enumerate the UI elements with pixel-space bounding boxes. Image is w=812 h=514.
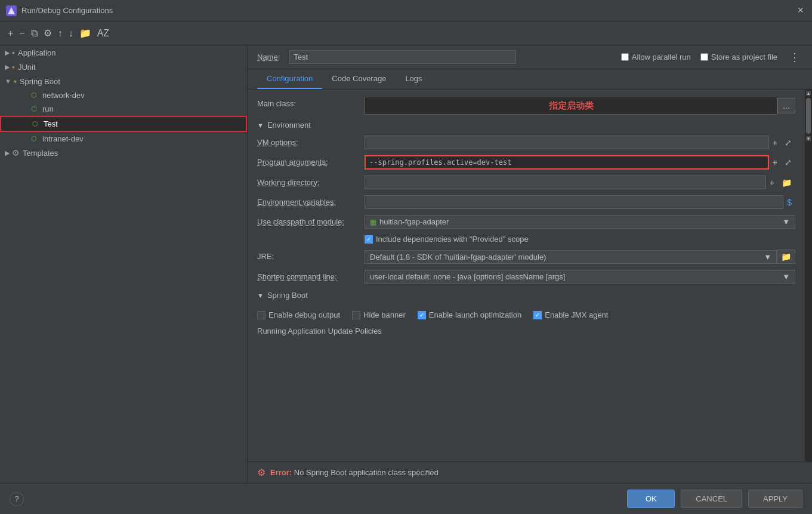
env-vars-expand-button[interactable]: $ [783, 196, 795, 209]
config-scrollbar[interactable]: ▲ ▼ [805, 90, 812, 461]
hide-banner-checkbox[interactable] [352, 311, 360, 319]
enable-debug-label[interactable]: Enable debug output [257, 310, 340, 319]
network-dev-label: network-dev [42, 91, 85, 100]
module-icon: ▦ [370, 218, 376, 226]
include-deps-checkbox[interactable]: ✓ [365, 235, 373, 244]
include-deps-label[interactable]: ✓ Include dependencies with "Provided" s… [365, 235, 529, 244]
main-class-browse-button[interactable]: ... [777, 98, 795, 113]
env-vars-input[interactable] [365, 195, 783, 209]
help-area: ? [10, 492, 24, 506]
env-vars-label: Environment variables: [257, 195, 365, 207]
include-deps-row: ✓ Include dependencies with "Provided" s… [257, 235, 795, 244]
enable-launch-checkbox[interactable]: ✓ [418, 311, 426, 319]
jre-browse-button[interactable]: 📁 [777, 250, 795, 264]
main-class-field[interactable]: 指定启动类 [365, 97, 777, 115]
name-label: Name: [257, 53, 280, 61]
header-options: Allow parallel run Store as project file… [621, 51, 802, 64]
env-vars-control: $ [365, 195, 795, 209]
tab-logs[interactable]: Logs [396, 69, 431, 89]
bottom-bar: ? OK CANCEL APPLY [0, 483, 812, 514]
templates-label: Templates [23, 149, 58, 158]
config-content: Main class: 指定启动类 ... ▼ Environment [248, 90, 805, 461]
error-message: Error: No Spring Boot application class … [270, 468, 439, 477]
tree-item-run[interactable]: ⬡ run [0, 102, 247, 116]
tab-code-coverage[interactable]: Code Coverage [322, 69, 396, 89]
expand-arrow-application: ▶ [5, 49, 10, 57]
enable-launch-label[interactable]: ✓ Enable launch optimization [418, 310, 521, 319]
tree-item-intranet-dev[interactable]: ⬡ intranet-dev [0, 132, 247, 146]
vm-options-expand-button[interactable]: + [769, 136, 781, 149]
main-class-row: Main class: 指定启动类 ... [257, 97, 795, 115]
enable-jmx-checkbox[interactable]: ✓ [533, 311, 542, 319]
close-button[interactable]: × [795, 4, 806, 17]
test-label: Test [44, 119, 58, 128]
tree-item-test[interactable]: ⬡ Test [0, 116, 247, 132]
copy-config-button[interactable]: ⧉ [28, 26, 41, 41]
junit-label: JUnit [18, 63, 36, 72]
vm-options-control: + ⤢ [365, 136, 795, 149]
name-input[interactable] [289, 50, 516, 64]
vm-options-fullscreen-button[interactable]: ⤢ [781, 136, 795, 149]
svg-marker-0 [8, 7, 15, 14]
program-args-expand-button[interactable]: + [769, 156, 781, 169]
working-dir-add-button[interactable]: + [766, 176, 778, 189]
enable-jmx-label[interactable]: ✓ Enable JMX agent [533, 310, 608, 319]
working-dir-label: Working directory: [257, 176, 365, 187]
scrollbar-thumb[interactable] [806, 98, 811, 134]
store-as-project-checkbox[interactable] [700, 53, 708, 61]
help-button[interactable]: ? [10, 492, 24, 506]
remove-config-button[interactable]: − [16, 26, 27, 41]
sort-button[interactable]: AZ [94, 26, 112, 41]
main-class-label: Main class: [257, 97, 365, 108]
classpath-label: Use classpath of module: [257, 215, 365, 226]
environment-arrow: ▼ [257, 122, 264, 129]
allow-parallel-label[interactable]: Allow parallel run [621, 53, 691, 61]
expand-arrow-templates: ▶ [5, 149, 10, 157]
classpath-select[interactable]: ▦ huitian-fgap-adapter ▼ [365, 215, 795, 229]
jre-control: Default (1.8 - SDK of 'huitian-fgap-adap… [365, 250, 795, 264]
move-up-button[interactable]: ↑ [55, 26, 66, 41]
apply-button[interactable]: APPLY [748, 490, 802, 508]
junit-icon: ▪ [12, 62, 15, 72]
hide-banner-label[interactable]: Hide banner [352, 310, 406, 319]
spring-boot-arrow: ▼ [257, 292, 264, 299]
settings-button[interactable]: ⚙ [41, 26, 55, 41]
add-config-button[interactable]: + [5, 26, 16, 41]
jre-select[interactable]: Default (1.8 - SDK of 'huitian-fgap-adap… [365, 250, 777, 264]
working-dir-browse-button[interactable]: 📁 [778, 176, 795, 189]
test-icon: ⬡ [32, 120, 38, 128]
ok-button[interactable]: OK [627, 490, 675, 508]
intranet-dev-label: intranet-dev [42, 134, 84, 143]
jre-label: JRE: [257, 250, 365, 261]
main-content: ▶ ▪ Application ▶ ▪ JUnit ▼ ▪ Spring Boo… [0, 45, 812, 483]
spring-boot-section-header[interactable]: ▼ Spring Boot [257, 291, 795, 300]
tree-item-application[interactable]: ▶ ▪ Application [0, 45, 247, 60]
shorten-cmd-label: Shorten command line: [257, 270, 365, 281]
vm-options-row: VM options: + ⤢ [257, 136, 795, 149]
tree-item-junit[interactable]: ▶ ▪ JUnit [0, 60, 247, 74]
folder-button[interactable]: 📁 [76, 26, 94, 41]
expand-arrow-junit: ▶ [5, 63, 10, 71]
title-bar: Run/Debug Configurations × [0, 0, 812, 21]
tab-configuration[interactable]: Configuration [257, 69, 322, 89]
shorten-cmd-select[interactable]: user-local default: none - java [options… [365, 270, 795, 284]
program-args-input[interactable] [365, 155, 769, 170]
allow-parallel-checkbox[interactable] [621, 53, 629, 61]
jre-row: JRE: Default (1.8 - SDK of 'huitian-fgap… [257, 250, 795, 264]
move-down-button[interactable]: ↓ [66, 26, 76, 41]
cancel-button[interactable]: CANCEL [681, 490, 742, 508]
main-class-control: 指定启动类 ... [365, 97, 795, 115]
working-dir-input[interactable] [365, 176, 766, 189]
environment-section-header[interactable]: ▼ Environment [257, 121, 795, 130]
tree-item-templates[interactable]: ▶ ⚙ Templates [0, 146, 247, 160]
more-options-button[interactable]: ⋮ [787, 51, 802, 64]
tree-item-springboot[interactable]: ▼ ▪ Spring Boot [0, 74, 247, 88]
program-args-control: + ⤢ [365, 155, 795, 170]
running-app-row: Running Application Update Policies [257, 324, 795, 338]
tree-item-network-dev[interactable]: ⬡ network-dev [0, 88, 247, 102]
store-as-project-label[interactable]: Store as project file [700, 53, 777, 61]
program-args-fullscreen-button[interactable]: ⤢ [781, 156, 795, 169]
enable-debug-checkbox[interactable] [257, 311, 265, 319]
vm-options-input[interactable] [365, 136, 769, 149]
config-header: Name: Allow parallel run Store as projec… [248, 45, 812, 69]
